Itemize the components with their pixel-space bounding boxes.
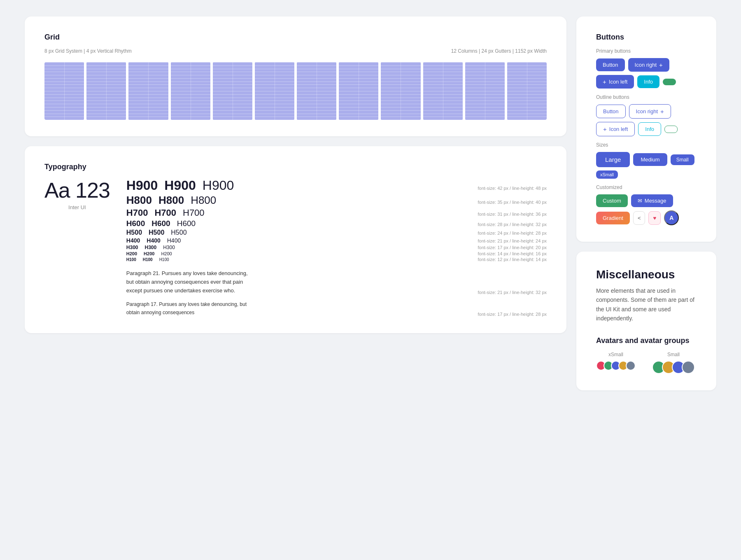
type-row-h600: H600 H600 H600 font-size: 28 px / line-h… [126, 219, 547, 228]
h900-bold: H900 [126, 178, 158, 193]
h700-semi: H700 [154, 208, 176, 218]
outline-icon-right-plus-icon: + [660, 108, 664, 115]
green-button-outline[interactable] [664, 126, 678, 133]
grid-card: Grid 8 px Grid System | 4 px Vertical Rh… [25, 16, 566, 136]
small-button[interactable]: Small [671, 154, 694, 165]
heart-icon: ♥ [653, 215, 656, 221]
h400-spec: font-size: 21 px / line-height: 24 px [478, 238, 547, 243]
type-sample: Aa 123 [44, 178, 110, 203]
grid-col-3 [128, 62, 168, 120]
type-row-h900: H900 H900 H900 font-size: 42 px / line-h… [126, 178, 547, 193]
grid-col-4 [171, 62, 210, 120]
misc-desc: More elements that are used in component… [596, 286, 697, 323]
grid-col-12 [507, 62, 547, 120]
h200-reg: H200 [161, 251, 172, 256]
icon-left-button-label: Icon left [609, 79, 628, 85]
message-button-label: Message [645, 198, 666, 204]
type-row-h300: H300 H300 H300 font-size: 17 px / line-h… [126, 245, 547, 250]
medium-button[interactable]: Medium [633, 153, 667, 166]
grid-col-7 [297, 62, 336, 120]
h900-spec: font-size: 42 px / line-height: 48 px [478, 186, 547, 191]
outline-icon-right-button[interactable]: Icon right + [629, 104, 671, 119]
avatar-group-small: Small [652, 352, 695, 374]
h700-bold: H700 [126, 208, 148, 218]
h700-spec: font-size: 31 px / line-height: 36 px [478, 212, 547, 217]
primary-buttons-row: Button Icon right + + Icon left Info [596, 58, 697, 89]
grid-meta-right: 12 Columns | 24 px Gutters | 1152 px Wid… [451, 48, 547, 54]
h900-semi: H900 [164, 178, 196, 193]
h400-reg: H400 [167, 237, 181, 244]
h800-bold: H800 [126, 194, 152, 207]
paragraph-17-text: Paragraph 17. Pursues any loves take den… [126, 301, 250, 316]
avatar-stack-xsmall [596, 361, 636, 371]
grid-meta: 8 px Grid System | 4 px Vertical Rhythm … [44, 48, 547, 54]
info-button-outline[interactable]: Info [638, 122, 661, 136]
gradient-button[interactable]: Gradient [596, 212, 630, 224]
h200-bold: H200 [126, 251, 137, 256]
info-button-primary[interactable]: Info [637, 75, 659, 88]
avatar-group-xsmall: xSmall [596, 352, 636, 374]
type-preview: Aa 123 Inter UI [44, 178, 110, 317]
avatar-icon: A [669, 215, 673, 221]
grid-col-5 [213, 62, 252, 120]
sizes-label: Sizes [596, 142, 697, 148]
share-icon: < [638, 215, 641, 221]
type-row-h800: H800 H800 H800 font-size: 35 px / line-h… [126, 194, 547, 207]
h500-reg: H500 [171, 229, 186, 236]
heart-button[interactable]: ♥ [648, 211, 661, 225]
h300-semi: H300 [145, 245, 157, 250]
avatar-groups: xSmall Small [596, 352, 697, 374]
paragraph-row-17: Paragraph 17. Pursues any loves take den… [126, 297, 547, 316]
left-column: Grid 8 px Grid System | 4 px Vertical Rh… [25, 16, 566, 390]
green-button-primary[interactable] [663, 79, 676, 85]
customized-label: Customized [596, 184, 697, 190]
paragraph-17-spec: font-size: 17 px / line-height: 28 px [478, 312, 547, 317]
outline-buttons-label: Outline buttons [596, 94, 697, 100]
h400-bold: H400 [126, 237, 140, 244]
h500-bold: H500 [126, 229, 142, 236]
misc-title: Miscellaneous [596, 268, 697, 281]
type-font-name: Inter UI [68, 204, 86, 210]
h300-bold: H300 [126, 245, 138, 250]
grid-col-9 [381, 62, 420, 120]
h300-spec: font-size: 17 px / line-height: 20 px [478, 245, 547, 250]
customized-row: Custom ✉ Message Gradient < ♥ A [596, 194, 697, 225]
large-button[interactable]: Large [596, 152, 630, 167]
h700-reg: H700 [183, 208, 205, 218]
grid-col-11 [465, 62, 505, 120]
icon-left-plus-icon: + [603, 78, 606, 85]
avatar-group-xsmall-label: xSmall [608, 352, 623, 357]
share-button[interactable]: < [633, 211, 645, 225]
h600-bold: H600 [126, 219, 145, 228]
h400-semi: H400 [147, 237, 160, 244]
typography-content: Aa 123 Inter UI H900 H900 H900 font-size… [44, 178, 547, 317]
avatar-stack-small-group [652, 361, 695, 374]
outline-icon-left-plus-icon: + [603, 126, 607, 133]
h200-spec: font-size: 14 px / line-height: 16 px [478, 251, 547, 256]
custom-button[interactable]: Custom [596, 194, 628, 207]
h900-reg: H900 [203, 178, 234, 193]
h600-reg: H600 [177, 219, 196, 228]
grid-col-6 [255, 62, 294, 120]
avatar-button[interactable]: A [664, 210, 679, 225]
outline-icon-right-label: Icon right [636, 108, 658, 114]
grid-col-10 [423, 62, 463, 120]
h200-semi: H200 [144, 251, 154, 256]
h600-semi: H600 [151, 219, 170, 228]
outline-icon-left-button[interactable]: + Icon left [596, 122, 635, 136]
h600-spec: font-size: 28 px / line-height: 32 px [478, 222, 547, 227]
outline-button[interactable]: Button [596, 105, 626, 118]
icon-left-button[interactable]: + Icon left [596, 75, 634, 89]
avatar-4-small [682, 361, 695, 374]
primary-button[interactable]: Button [596, 58, 625, 71]
typography-title: Typography [44, 163, 547, 171]
icon-right-button[interactable]: Icon right + [628, 58, 669, 72]
message-button[interactable]: ✉ Message [631, 194, 673, 207]
paragraph-row-21: Paragraph 21. Pursues any loves take den… [126, 266, 547, 295]
xsmall-button[interactable]: xSmall [596, 170, 618, 179]
outline-buttons-row: Button Icon right + + Icon left Info [596, 104, 697, 136]
typography-card: Typography Aa 123 Inter UI H900 H900 H90… [25, 146, 566, 333]
type-row-h400: H400 H400 H400 font-size: 21 px / line-h… [126, 237, 547, 244]
type-scale: H900 H900 H900 font-size: 42 px / line-h… [126, 178, 547, 317]
h100-semi: H100 [143, 257, 153, 262]
